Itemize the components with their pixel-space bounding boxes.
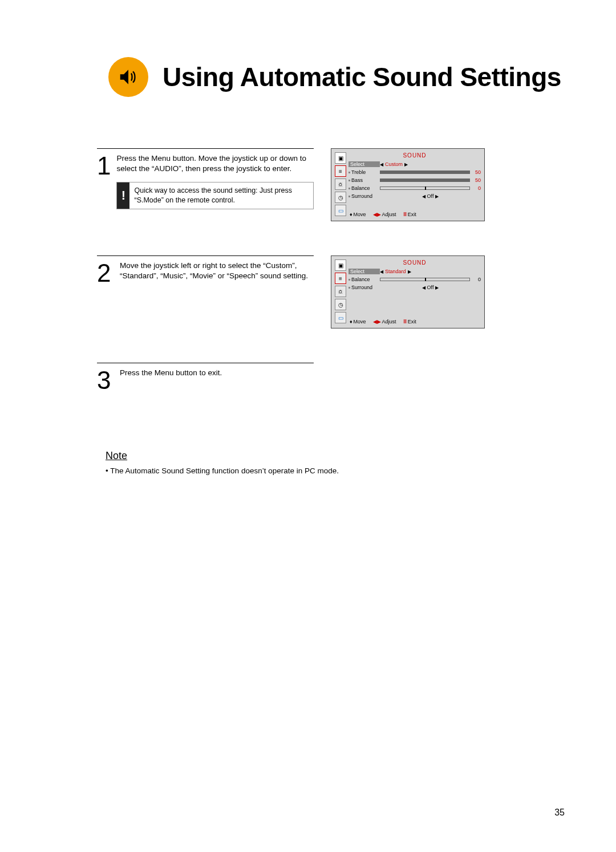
osd-tab-clock-icon: ◷ [335,299,346,310]
osd2-title: SOUND [348,259,481,266]
osd2-surround-label: Surround [351,285,372,290]
osd-screenshot-2: ▣ ≡ ⛭ ◷ ▭ SOUND Select◀Standard▶ Balance… [331,255,485,328]
osd2-footer-exit: Exit [408,319,416,324]
osd-footer-move: Move [354,212,366,217]
note-bullet: • The Automatic Sound Setting function d… [106,466,565,475]
step-2-number: 2 [97,261,114,286]
osd-treble-label: Treble [351,169,366,175]
osd-tab-audio-icon: ≡ [335,165,346,177]
osd-tab-audio-icon: ≡ [335,273,346,284]
step-1: 1 Press the Menu button. Move the joysti… [97,148,565,221]
osd-tab-function-icon: ⛭ [335,178,346,190]
osd-footer-adjust: Adjust [382,212,396,217]
note-section: Note • The Automatic Sound Setting funct… [106,450,565,475]
osd-screenshot-1: ▣ ≡ ⛭ ◷ ▭ SOUND Select◀Custom▶ Treble50 … [331,148,485,221]
step-1-number: 1 [97,153,111,209]
speaker-icon [108,57,148,97]
osd-bass-value: 50 [473,177,481,183]
page-header: Using Automatic Sound Settings [108,57,565,97]
step-3-text: Press the Menu button to exit. [120,368,314,393]
step-1-text: Press the Menu button. Move the joystick… [116,153,314,174]
osd-select-value: Custom [385,161,403,167]
osd-footer-exit: Exit [408,212,416,217]
exclamation-icon: ! [117,182,129,209]
step-2-text: Move the joystick left or right to selec… [120,261,314,286]
step-3: 3 Press the Menu button to exit. [97,363,565,393]
osd2-select-value: Standard [385,269,406,274]
note-header: Note [106,450,565,462]
osd-treble-value: 50 [473,169,481,175]
osd2-surround-value: Off [427,285,434,290]
osd-tab-function-icon: ⛭ [335,286,346,297]
osd-balance-value: 0 [473,185,481,191]
osd-tab-picture-icon: ▣ [335,259,346,271]
page-number: 35 [554,808,565,818]
osd2-balance-label: Balance [351,277,370,282]
osd-tab-pip-icon: ▭ [335,312,346,323]
osd2-footer-adjust: Adjust [382,319,396,324]
osd-balance-label: Balance [351,185,370,191]
tip-text: Quick way to access the sound setting: J… [129,182,313,209]
osd-tab-pip-icon: ▭ [335,205,346,216]
osd-title: SOUND [348,152,481,159]
step-3-number: 3 [97,368,114,393]
page-title: Using Automatic Sound Settings [163,62,561,92]
osd-surround-value: Off [427,193,434,199]
osd2-balance-value: 0 [473,277,481,282]
osd-bass-label: Bass [351,177,363,183]
osd-tab-picture-icon: ▣ [335,152,346,164]
step-2: 2 Move the joystick left or right to sel… [97,255,565,328]
osd2-select-label: Select [348,269,380,274]
osd-surround-label: Surround [351,193,372,199]
osd2-footer-move: Move [354,319,366,324]
osd-select-label: Select [348,161,380,167]
tip-box: ! Quick way to access the sound setting:… [116,182,314,209]
osd-tab-clock-icon: ◷ [335,192,346,203]
